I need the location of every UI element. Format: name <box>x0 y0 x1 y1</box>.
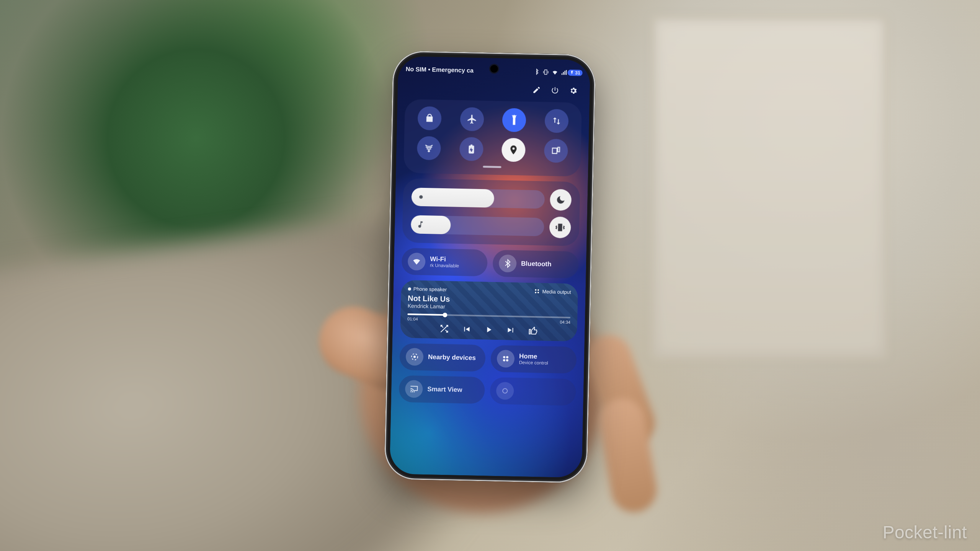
wifi-status-icon <box>551 69 558 76</box>
play-button[interactable] <box>484 325 493 336</box>
svg-point-4 <box>413 355 416 358</box>
status-bar: No SIM • Emergency ca 31 <box>405 63 583 79</box>
modes-chip[interactable] <box>490 377 576 406</box>
nearby-devices-chip[interactable]: Nearby devices <box>399 343 485 372</box>
cast-icon <box>409 384 418 393</box>
grid-icon <box>501 354 510 363</box>
next-button[interactable] <box>506 326 516 336</box>
toggle-airplane-mode[interactable] <box>460 107 484 131</box>
toggle-flashlight[interactable] <box>502 108 526 132</box>
media-total: 04:34 <box>560 320 570 324</box>
svg-point-10 <box>503 388 507 393</box>
media-source: Phone speaker <box>408 286 447 292</box>
toggle-multi-window[interactable] <box>544 139 568 163</box>
battery-pill: 31 <box>567 70 583 76</box>
like-button[interactable] <box>528 326 538 337</box>
nearby-title: Nearby devices <box>428 354 476 362</box>
toggle-rotation-lock[interactable] <box>418 106 442 130</box>
svg-point-6 <box>503 356 505 358</box>
modes-icon <box>500 386 510 395</box>
watermark: Pocket-lint <box>883 522 967 543</box>
power-icon[interactable] <box>550 86 559 96</box>
bluetooth-chip[interactable]: Bluetooth <box>492 250 578 279</box>
settings-icon[interactable] <box>569 86 578 96</box>
signal-status-icon <box>560 69 567 76</box>
dnd-button[interactable] <box>550 189 572 211</box>
smartview-title: Smart View <box>427 386 462 394</box>
media-player: Phone speaker Media output Not Like Us K… <box>400 280 578 342</box>
svg-point-0 <box>535 289 536 291</box>
sliders-panel <box>402 178 580 246</box>
shuffle-button[interactable] <box>439 324 449 335</box>
nearby-icon <box>410 352 419 361</box>
wifi-icon <box>412 257 421 266</box>
svg-point-7 <box>506 356 508 359</box>
edit-icon[interactable] <box>532 86 541 96</box>
phone-frame: No SIM • Emergency ca 31 <box>384 51 596 483</box>
vibrate-icon <box>555 222 565 233</box>
media-elapsed: 01:04 <box>407 316 418 321</box>
bluetooth-icon <box>503 259 512 268</box>
brightness-slider[interactable] <box>411 187 545 209</box>
toggle-battery-saver[interactable] <box>459 137 483 161</box>
bluetooth-status-icon <box>533 68 540 75</box>
phone-screen: No SIM • Emergency ca 31 <box>390 56 591 478</box>
svg-point-1 <box>537 289 539 291</box>
toggle-location[interactable] <box>501 138 526 162</box>
volume-slider[interactable] <box>411 215 544 236</box>
home-subtitle: Device control <box>519 360 548 366</box>
sun-icon <box>417 193 425 201</box>
svg-point-3 <box>537 292 539 293</box>
wifi-chip[interactable]: Wi-Fi rk Unavailable <box>402 248 488 277</box>
panel-toolbar <box>405 81 582 98</box>
connectivity-row: Wi-Fi rk Unavailable Bluetooth <box>402 248 579 279</box>
bluetooth-title: Bluetooth <box>521 260 552 268</box>
mute-button[interactable] <box>549 217 571 238</box>
toggle-data-transfer[interactable] <box>544 109 568 133</box>
wifi-subtitle: rk Unavailable <box>430 263 459 269</box>
panel-drag-handle[interactable] <box>483 166 501 168</box>
svg-point-8 <box>503 359 505 361</box>
media-output-button[interactable]: Media output <box>534 288 571 295</box>
svg-point-9 <box>506 359 508 362</box>
vibrate-status-icon <box>542 68 549 75</box>
note-icon <box>416 220 425 229</box>
status-text: No SIM • Emergency ca <box>406 66 531 75</box>
home-control-chip[interactable]: Home Device control <box>490 345 577 374</box>
smart-view-chip[interactable]: Smart View <box>399 375 485 404</box>
quick-toggles-panel <box>403 99 582 177</box>
svg-point-2 <box>535 292 536 293</box>
prev-button[interactable] <box>462 324 471 335</box>
moon-icon <box>555 195 566 205</box>
toggle-hotspot[interactable] <box>417 136 441 160</box>
battery-pct: 31 <box>575 70 580 75</box>
